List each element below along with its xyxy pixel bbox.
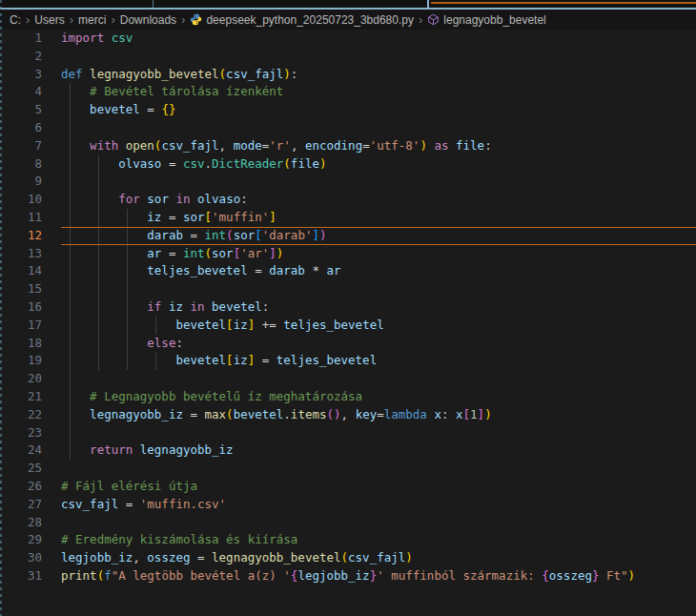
code-line[interactable]: 20 xyxy=(0,370,696,388)
breadcrumb-item-downloads[interactable]: Downloads xyxy=(120,13,176,27)
tab-divider xyxy=(427,0,429,8)
code-line[interactable]: 18 else: xyxy=(0,335,696,353)
breadcrumb-label: deepseek_python_20250723_3bd680.py xyxy=(206,13,414,27)
code-line-text: print(f"A legtöbb bevétel a(z) '{legjobb… xyxy=(61,567,635,585)
code-line[interactable]: 25 xyxy=(0,460,696,478)
line-number[interactable]: 23 xyxy=(0,424,61,442)
line-number[interactable]: 30 xyxy=(0,549,61,567)
code-line[interactable]: 31print(f"A legtöbb bevétel a(z) '{legjo… xyxy=(0,567,696,585)
line-number[interactable]: 22 xyxy=(0,406,61,424)
code-line[interactable]: 8 olvaso = csv.DictReader(file) xyxy=(0,155,696,174)
line-number[interactable]: 13 xyxy=(0,245,61,263)
code-line-text: # Bevétel tárolása ízenként xyxy=(61,83,283,101)
line-number[interactable]: 18 xyxy=(0,335,61,353)
code-line-text: bevetel = {} xyxy=(61,101,175,119)
code-editor[interactable]: 1import csv23def legnagyobb_bevetel(csv_… xyxy=(0,30,696,616)
chevron-right-icon: › xyxy=(419,13,422,26)
line-number[interactable]: 7 xyxy=(0,137,61,155)
code-line-text: for sor in olvaso: xyxy=(61,191,248,209)
code-line-text: olvaso = csv.DictReader(file) xyxy=(61,155,327,174)
line-number[interactable]: 12 xyxy=(0,227,61,245)
line-number[interactable]: 25 xyxy=(0,460,61,478)
tab-bar-edge xyxy=(0,0,696,10)
code-line[interactable]: 24 return legnagyobb_iz xyxy=(0,441,696,460)
code-line[interactable]: 14 teljes_bevetel = darab * ar xyxy=(0,262,696,280)
code-line[interactable]: 15 xyxy=(0,280,696,298)
code-line-text: # Fájl elérési útja xyxy=(61,478,197,496)
code-line[interactable]: 17 bevetel[iz] += teljes_bevetel xyxy=(0,317,696,335)
breadcrumb-item-c-[interactable]: C: xyxy=(10,13,21,27)
breadcrumb-item-users[interactable]: Users xyxy=(34,13,64,27)
line-number[interactable]: 3 xyxy=(0,66,61,84)
line-number[interactable]: 19 xyxy=(0,352,61,370)
line-number[interactable]: 29 xyxy=(0,531,61,549)
code-line[interactable]: 21 # Legnagyobb bevételű íz meghatározás… xyxy=(0,388,696,406)
code-line[interactable]: 6 xyxy=(0,119,696,137)
code-line[interactable]: 16 if iz in bevetel: xyxy=(0,298,696,317)
line-number[interactable]: 26 xyxy=(0,478,61,496)
code-line[interactable]: 13 ar = int(sor['ar']) xyxy=(0,245,696,263)
code-line-text: bevetel[iz] += teljes_bevetel xyxy=(61,317,384,335)
code-line-text: with open(csv_fajl, mode='r', encoding='… xyxy=(61,137,492,155)
breadcrumb-label: Downloads xyxy=(120,13,176,27)
line-number[interactable]: 4 xyxy=(0,83,61,101)
chevron-right-icon: › xyxy=(70,13,73,26)
code-line[interactable]: 3def legnagyobb_bevetel(csv_fajl): xyxy=(0,66,696,84)
code-line[interactable]: 5 bevetel = {} xyxy=(0,101,696,119)
chevron-right-icon: › xyxy=(181,13,185,26)
breadcrumb-item-legnagyobb-bevetel[interactable]: legnagyobb_bevetel xyxy=(427,13,545,27)
code-line-text: def legnagyobb_bevetel(csv_fajl): xyxy=(61,66,297,84)
code-pane[interactable]: 1import csv23def legnagyobb_bevetel(csv_… xyxy=(0,30,696,616)
code-line-text: ar = int(sor['ar']) xyxy=(61,245,283,263)
breadcrumb-label: Users xyxy=(34,13,64,27)
code-line[interactable]: 1import csv xyxy=(0,30,696,48)
code-line-text: darab = int(sor['darab']) xyxy=(61,227,327,245)
code-line[interactable]: 27csv_fajl = 'muffin.csv' xyxy=(0,496,696,514)
code-line[interactable]: 10 for sor in olvaso: xyxy=(0,191,696,209)
code-line[interactable]: 26# Fájl elérési útja xyxy=(0,478,696,496)
code-line[interactable]: 19 bevetel[iz] = teljes_bevetel xyxy=(0,352,696,370)
breadcrumb-item-merci[interactable]: merci xyxy=(78,13,106,27)
line-number[interactable]: 5 xyxy=(0,101,61,119)
line-number[interactable]: 9 xyxy=(0,173,61,191)
line-number[interactable]: 15 xyxy=(0,280,61,298)
line-number[interactable]: 24 xyxy=(0,441,61,460)
chevron-right-icon: › xyxy=(111,13,114,26)
breadcrumb-item-deepseek-python-20250723-3bd680-py[interactable]: deepseek_python_20250723_3bd680.py xyxy=(190,13,414,27)
breadcrumb: C:›Users›merci›Downloads› deepseek_pytho… xyxy=(0,10,696,30)
code-line[interactable]: 29# Eredmény kiszámolása és kiírása xyxy=(0,531,696,549)
line-number[interactable]: 2 xyxy=(0,48,61,66)
line-number[interactable]: 20 xyxy=(0,370,61,388)
code-line[interactable]: 9 xyxy=(0,173,696,191)
code-line[interactable]: 22 legnagyobb_iz = max(bevetel.items(), … xyxy=(0,406,696,424)
line-number[interactable]: 11 xyxy=(0,209,61,227)
chevron-right-icon: › xyxy=(26,13,30,26)
line-number[interactable]: 17 xyxy=(0,317,61,335)
line-number[interactable]: 21 xyxy=(0,388,61,406)
code-line[interactable]: 28 xyxy=(0,514,696,532)
code-line-text: # Legnagyobb bevételű íz meghatározása xyxy=(61,388,362,406)
code-line-text: return legnagyobb_iz xyxy=(61,441,234,460)
line-number[interactable]: 1 xyxy=(0,30,61,48)
code-line-text: # Eredmény kiszámolása és kiírása xyxy=(61,531,297,549)
code-line-text: if iz in bevetel: xyxy=(61,298,269,317)
code-line[interactable]: 30legjobb_iz, osszeg = legnagyobb_bevete… xyxy=(0,549,696,567)
tab-divider xyxy=(153,0,154,8)
code-line[interactable]: 7 with open(csv_fajl, mode='r', encoding… xyxy=(0,137,696,155)
code-line[interactable]: 2 xyxy=(0,48,696,66)
code-line[interactable]: 12 darab = int(sor['darab']) xyxy=(0,227,696,245)
line-number[interactable]: 6 xyxy=(0,119,61,137)
line-number[interactable]: 8 xyxy=(0,155,61,174)
line-number[interactable]: 27 xyxy=(0,496,61,514)
code-line[interactable]: 4 # Bevétel tárolása ízenként xyxy=(0,83,696,101)
line-number[interactable]: 14 xyxy=(0,262,61,280)
code-line[interactable]: 23 xyxy=(0,424,696,442)
code-line[interactable]: 11 iz = sor['muffin'] xyxy=(0,209,696,227)
code-line-text: else: xyxy=(61,335,183,353)
line-number[interactable]: 31 xyxy=(0,567,61,585)
line-number[interactable]: 28 xyxy=(0,514,61,532)
breadcrumb-label: C: xyxy=(10,13,21,27)
code-line-text: legnagyobb_iz = max(bevetel.items(), key… xyxy=(61,406,492,424)
line-number[interactable]: 16 xyxy=(0,298,61,317)
line-number[interactable]: 10 xyxy=(0,191,61,209)
